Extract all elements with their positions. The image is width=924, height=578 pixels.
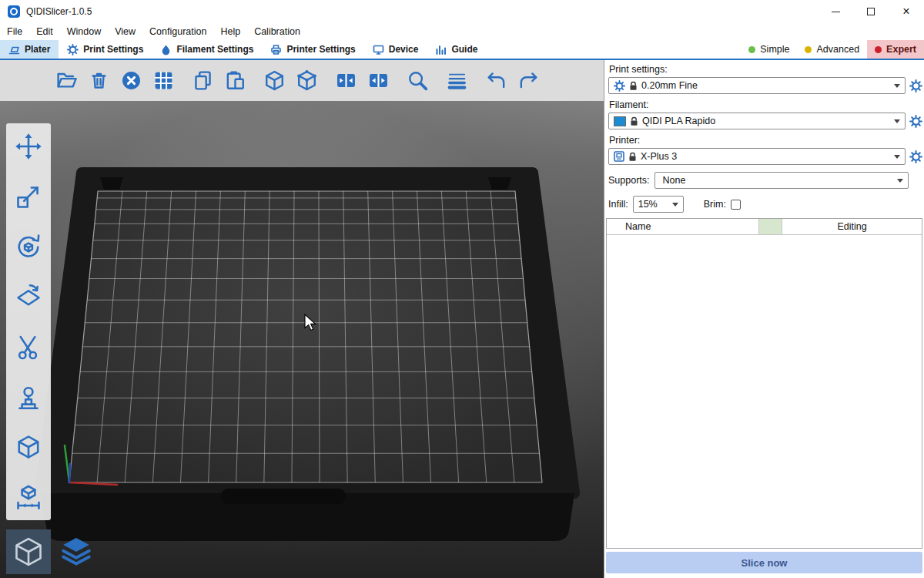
move-arrows-icon (15, 133, 42, 160)
tab-printer-settings[interactable]: Printer Settings (262, 40, 363, 59)
move-tool-button[interactable] (12, 129, 45, 163)
title-bar[interactable]: QIDISlicer-1.0.5 × (0, 0, 924, 23)
menu-view[interactable]: View (108, 23, 142, 40)
rotate-tool-button[interactable] (12, 230, 45, 264)
tab-label: Printer Settings (286, 44, 355, 55)
mode-advanced[interactable]: Advanced (797, 40, 867, 59)
seam-cube-icon (15, 433, 42, 461)
menu-configuration[interactable]: Configuration (142, 23, 213, 40)
simple-dot-icon (748, 46, 755, 53)
stamp-icon (15, 383, 42, 411)
tab-device[interactable]: Device (364, 40, 427, 59)
mode-expert[interactable]: Expert (867, 40, 924, 59)
infill-label: Infill: (608, 199, 628, 210)
paste-button[interactable] (223, 68, 248, 93)
seam-tool-button[interactable] (12, 430, 45, 464)
mode-simple[interactable]: Simple (741, 40, 797, 59)
minimize-button[interactable] (818, 0, 853, 23)
filament-color-swatch (614, 116, 626, 126)
printer-gear-button[interactable] (909, 150, 922, 163)
instances-add-button[interactable] (333, 68, 359, 93)
plater-icon (8, 44, 20, 55)
print-bed (40, 173, 574, 541)
supports-combo[interactable]: None (654, 172, 909, 189)
brim-checkbox[interactable] (731, 200, 741, 210)
mode-switcher: Simple Advanced Expert (741, 40, 924, 59)
expert-dot-icon (875, 46, 882, 53)
infill-combo[interactable]: 15% (633, 196, 684, 213)
split-to-objects-button[interactable] (262, 68, 287, 93)
printer-icon (270, 44, 282, 55)
supports-value: None (663, 175, 686, 186)
filament-label: Filament: (609, 99, 922, 110)
chevron-down-icon (672, 203, 678, 207)
menu-calibration[interactable]: Calibration (247, 23, 307, 40)
chevron-down-icon (897, 179, 903, 183)
mode-label: Simple (760, 44, 789, 55)
filament-combo[interactable]: QIDI PLA Rapido (608, 113, 906, 129)
variable-layer-height-button[interactable] (444, 68, 470, 93)
close-icon: × (902, 5, 909, 18)
open-project-button[interactable] (54, 68, 79, 93)
print-settings-gear-button[interactable] (909, 79, 922, 92)
cube-parts-icon (296, 69, 318, 92)
tab-label: Print Settings (83, 44, 143, 55)
object-list-header: Name Editing (607, 219, 922, 235)
tab-filament-settings[interactable]: Filament Settings (152, 40, 262, 59)
guide-icon (435, 44, 447, 55)
menu-bar: File Edit Window View Configuration Help… (0, 23, 924, 40)
close-button[interactable]: × (889, 0, 924, 23)
tab-print-settings[interactable]: Print Settings (59, 40, 152, 59)
scale-tool-button[interactable] (12, 180, 45, 213)
copy-button[interactable] (190, 68, 216, 93)
open-folder-icon (55, 69, 78, 92)
window-controls: × (818, 0, 924, 23)
redo-arrow-icon (517, 69, 540, 92)
redo-button[interactable] (516, 68, 541, 93)
undo-arrow-icon (485, 69, 507, 92)
paste-icon (224, 69, 246, 92)
delete-all-button[interactable] (119, 68, 144, 93)
filament-gear-button[interactable] (909, 115, 922, 128)
maximize-button[interactable] (853, 0, 889, 23)
gear-icon (614, 80, 625, 92)
preview-view-button[interactable] (54, 529, 99, 574)
tab-label: Guide (451, 44, 477, 55)
measure-tool-button[interactable] (12, 480, 45, 514)
3d-viewport[interactable] (0, 60, 604, 578)
tab-guide[interactable]: Guide (427, 40, 486, 59)
tab-bar: Plater Print Settings Filament Settings … (0, 40, 924, 60)
slice-now-button[interactable]: Slice now (606, 552, 922, 573)
editor-view-button[interactable] (6, 529, 51, 574)
menu-edit[interactable]: Edit (29, 23, 60, 40)
flatten-icon (15, 283, 42, 311)
arrange-button[interactable] (151, 68, 176, 93)
rotate-icon (15, 233, 42, 260)
paint-supports-tool-button[interactable] (12, 380, 45, 414)
cube-icon (263, 69, 286, 92)
menu-file[interactable]: File (0, 23, 29, 40)
undo-button[interactable] (484, 68, 509, 93)
chevron-down-icon (894, 155, 900, 159)
lock-icon (630, 116, 638, 126)
maximize-icon (867, 8, 875, 15)
cut-tool-button[interactable] (12, 330, 45, 364)
menu-help[interactable]: Help (213, 23, 247, 40)
tab-plater[interactable]: Plater (0, 40, 59, 59)
menu-window[interactable]: Window (60, 23, 108, 40)
split-to-parts-button[interactable] (294, 68, 320, 93)
view-toggles (6, 529, 99, 574)
mode-label: Expert (886, 44, 916, 55)
place-on-face-tool-button[interactable] (12, 280, 45, 314)
print-settings-combo[interactable]: 0.20mm Fine (608, 77, 906, 94)
column-editing-header: Editing (782, 219, 922, 234)
search-button[interactable] (405, 68, 430, 93)
scene-canvas (0, 60, 604, 578)
mode-label: Advanced (816, 44, 859, 55)
delete-button[interactable] (86, 68, 112, 93)
qidislicer-window: QIDISlicer-1.0.5 × File Edit Window View… (0, 0, 924, 578)
tool-sidebar (6, 123, 51, 520)
printer-combo[interactable]: X-Plus 3 (608, 148, 906, 165)
tab-label: Plater (25, 44, 50, 55)
instances-remove-button[interactable] (366, 68, 391, 93)
